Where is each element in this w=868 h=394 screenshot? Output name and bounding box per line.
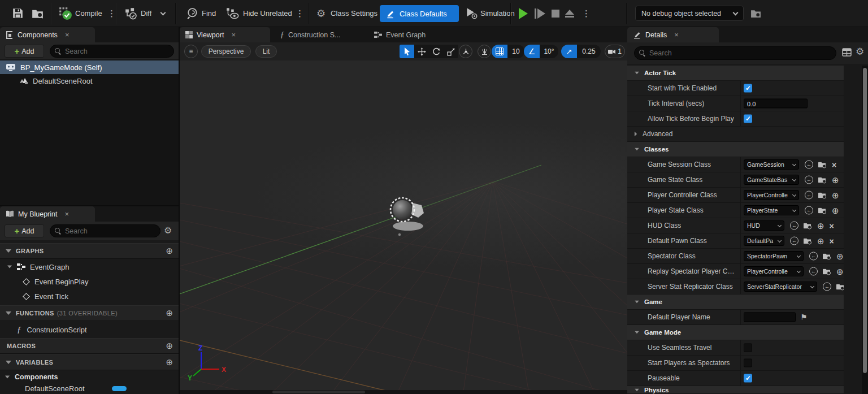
grid-snap-toggle[interactable]	[492, 45, 507, 58]
panel-divider[interactable]	[179, 27, 180, 394]
add-function-icon[interactable]: ⊕	[166, 308, 173, 318]
diff-button[interactable]: Diff	[141, 9, 151, 18]
browse-icon[interactable]	[823, 253, 831, 260]
player-controller-dropdown[interactable]: PlayerControlle	[744, 190, 799, 200]
compile-icon[interactable]	[59, 7, 72, 20]
default-player-name-input[interactable]	[744, 313, 796, 322]
browse-icon[interactable]	[818, 176, 827, 184]
my-blueprint-tab-close-icon[interactable]: ×	[64, 210, 69, 218]
details-search[interactable]	[634, 46, 836, 60]
add-component-button[interactable]: +Add	[5, 45, 44, 58]
details-tab-close-icon[interactable]: ×	[674, 31, 679, 39]
rotate-tool-button[interactable]	[429, 45, 444, 58]
world-local-gizmo-button[interactable]	[459, 45, 472, 58]
pauseable-checkbox[interactable]	[744, 374, 752, 383]
hide-unrelated-options-icon[interactable]: ⋮	[296, 8, 304, 19]
debug-browse-icon[interactable]	[750, 8, 761, 18]
browse-icon[interactable]	[823, 268, 831, 275]
browse-icon[interactable]	[804, 222, 812, 230]
my-blueprint-search-input[interactable]	[65, 227, 155, 235]
play-options-icon[interactable]: ⋮	[582, 8, 591, 19]
blueprint-settings-gear-icon[interactable]: ⚙	[164, 226, 172, 235]
browse-icon[interactable]	[818, 161, 827, 168]
class-defaults-button[interactable]: Class Defaults	[380, 5, 459, 22]
clear-icon[interactable]: ×	[832, 161, 836, 168]
simulation-icon[interactable]	[466, 7, 479, 20]
panel-divider[interactable]	[0, 205, 179, 206]
use-selected-icon[interactable]: ←	[805, 161, 813, 169]
surface-snap-button[interactable]	[478, 45, 491, 58]
scale-snap-toggle[interactable]: ↗	[561, 45, 577, 58]
lit-dropdown[interactable]: Lit	[255, 45, 277, 58]
event-tick-row[interactable]: Event Tick	[0, 289, 179, 304]
add-new-icon[interactable]: ⊕	[836, 267, 844, 276]
replay-spectator-dropdown[interactable]: PlayerControlle	[744, 266, 804, 276]
tab-event-graph[interactable]: Event Graph	[368, 27, 448, 42]
add-graph-icon[interactable]: ⊕	[166, 246, 173, 256]
spectator-dropdown[interactable]: SpectatorPawn	[744, 251, 804, 261]
start-with-tick-checkbox[interactable]	[744, 84, 752, 93]
compile-options-icon[interactable]: ⋮	[107, 8, 116, 19]
default-pawn-dropdown[interactable]: DefaultPa	[744, 236, 784, 246]
category-actor-tick[interactable]: Actor Tick	[627, 66, 844, 81]
display-filter-icon[interactable]	[842, 48, 852, 57]
allow-tick-checkbox[interactable]	[744, 115, 752, 123]
use-selected-icon[interactable]: ←	[809, 267, 818, 276]
diff-chevron-icon[interactable]	[160, 10, 166, 16]
tab-viewport[interactable]: Viewport ×	[180, 27, 270, 42]
use-selected-icon[interactable]: ←	[790, 222, 798, 230]
use-selected-icon[interactable]: ←	[790, 237, 798, 245]
browse-icon[interactable]	[818, 192, 827, 199]
components-search[interactable]	[50, 45, 174, 58]
class-settings-button[interactable]: Class Settings	[331, 9, 377, 18]
stop-button[interactable]	[552, 10, 559, 18]
start-players-as-spectators-checkbox[interactable]	[744, 359, 752, 367]
add-macro-icon[interactable]: ⊕	[166, 341, 173, 351]
tick-interval-input[interactable]	[744, 99, 808, 109]
tab-details[interactable]: Details ×	[627, 27, 719, 42]
diff-icon[interactable]	[125, 7, 138, 20]
server-stat-replicator-dropdown[interactable]: ServerStatReplicator	[744, 282, 817, 292]
variables-section-header[interactable]: VARIABLES ⊕	[0, 354, 180, 370]
scale-snap-value[interactable]: 0.25	[577, 45, 601, 58]
play-button[interactable]	[519, 8, 528, 19]
add-variable-icon[interactable]: ⊕	[166, 357, 173, 367]
debug-object-dropdown[interactable]: No debug object selected	[635, 6, 744, 21]
player-state-dropdown[interactable]: PlayerState	[744, 205, 799, 215]
category-classes[interactable]: Classes	[627, 142, 844, 157]
rotation-snap-value[interactable]: 10°	[540, 45, 558, 58]
find-button[interactable]: Find	[202, 9, 216, 18]
use-selected-icon[interactable]: ←	[805, 206, 813, 215]
eject-button[interactable]	[565, 10, 574, 18]
move-tool-button[interactable]	[414, 45, 429, 58]
event-begin-play-row[interactable]: Event BeginPlay	[0, 274, 179, 289]
scale-tool-button[interactable]	[444, 45, 458, 58]
game-state-dropdown[interactable]: GameStateBas	[744, 175, 799, 185]
tab-components[interactable]: Components ×	[0, 27, 95, 42]
category-game[interactable]: Game	[627, 295, 844, 310]
collapse-arrow-icon[interactable]	[5, 375, 10, 378]
add-new-icon[interactable]: ⊕	[832, 176, 839, 184]
grid-snap-value[interactable]: 10	[507, 45, 524, 58]
tab-my-blueprint[interactable]: My Blueprint ×	[0, 206, 95, 222]
advanced-row[interactable]: Advanced	[627, 127, 844, 142]
viewport-menu-button[interactable]: ≡	[184, 45, 198, 58]
construction-script-row[interactable]: ƒ ConstructionScript	[0, 321, 179, 338]
viewport-canvas[interactable]: Z X Y Z X Y	[180, 60, 627, 390]
use-selected-icon[interactable]: ←	[809, 252, 818, 261]
variable-scene-root-row[interactable]: DefaultSceneRoot	[0, 383, 179, 394]
add-new-icon[interactable]: ⊕	[832, 206, 839, 215]
category-game-mode[interactable]: Game Mode	[627, 325, 844, 340]
tree-item-scene-root[interactable]: DefaultSceneRoot	[0, 74, 179, 88]
hide-unrelated-icon[interactable]	[226, 7, 240, 20]
save-icon[interactable]	[12, 8, 23, 19]
add-new-icon[interactable]: ⊕	[836, 252, 844, 261]
browse-asset-icon[interactable]	[32, 8, 44, 19]
tree-item-root[interactable]: BP_MyGameMode (Self)	[0, 60, 179, 74]
event-graph-row[interactable]: EventGraph	[0, 259, 179, 274]
my-blueprint-search[interactable]	[50, 224, 160, 237]
clear-icon[interactable]: ×	[830, 237, 834, 245]
rotation-snap-toggle[interactable]: ∠	[524, 45, 540, 58]
functions-section-header[interactable]: FUNCTIONS (31 OVERRIDABLE) ⊕	[0, 305, 180, 321]
graphs-section-header[interactable]: GRAPHS ⊕	[0, 243, 180, 259]
